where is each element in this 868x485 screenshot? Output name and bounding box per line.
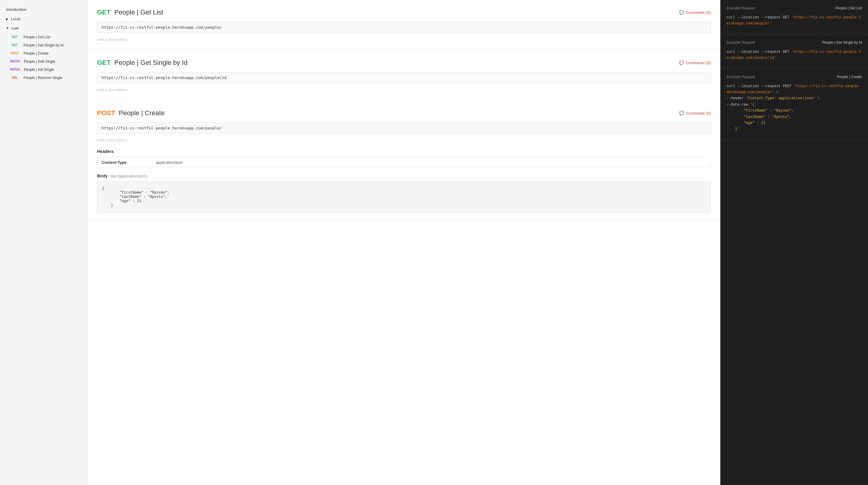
arrow-icon: ▶	[6, 17, 8, 21]
method-label-post-create: POST	[97, 109, 115, 117]
example-label-post-create: Example Request	[726, 75, 755, 79]
sidebar-item-label-4: People | Kill Single	[24, 67, 54, 72]
curl-code-post-create: curl --location --request POST 'https://…	[726, 83, 862, 133]
method-label-get-list: GET	[97, 8, 111, 16]
headers-table: Content-Type application/json	[97, 157, 711, 168]
method-badge-0: GET	[8, 35, 21, 39]
description-get-single[interactable]: Add a description...	[97, 86, 711, 93]
sidebar-group-local[interactable]: ▶ Local	[0, 14, 87, 24]
method-badge-1: GET	[8, 43, 21, 47]
right-header-post-create: Example Request People | Create	[726, 75, 862, 79]
header-value: application/json	[156, 160, 183, 165]
sidebar-item-label-5: People | Remove Single	[24, 76, 62, 80]
example-label-get-single: Example Request	[726, 40, 755, 45]
sidebar-item-4[interactable]: PATCHPeople | Kill Single	[0, 65, 87, 74]
comments-label-get-single: Comments (0)	[686, 61, 711, 65]
sidebar-item-label-2: People | Create	[24, 51, 49, 56]
url-bar-get-list[interactable]: https://fii-cc-restful-people.herokuapp.…	[97, 22, 711, 33]
header-row-content-type: Content-Type application/json	[97, 157, 710, 168]
sidebar-intro[interactable]: Introduction	[0, 5, 87, 14]
endpoint-ref-post-create: People | Create	[837, 75, 862, 79]
right-section-get-single: Example Request People | Get Single by I…	[720, 34, 868, 69]
description-post-create[interactable]: Add a description...	[97, 137, 711, 144]
comment-icon-get-single: 💬	[679, 60, 684, 65]
endpoint-header-get-single: GET People | Get Single by Id 💬 Comments…	[97, 59, 711, 67]
sidebar-item-1[interactable]: GETPeople | Get Single by Id	[0, 41, 87, 49]
right-panel: Example Request People | Get List curl -…	[720, 0, 868, 485]
body-label-section: Body raw (application/json)	[97, 173, 711, 178]
right-header-get-single: Example Request People | Get Single by I…	[726, 40, 862, 45]
method-badge-4: PATCH	[8, 67, 22, 72]
endpoint-name-get-list: People | Get List	[114, 8, 163, 16]
sidebar-item-label-0: People | Get List	[24, 35, 50, 39]
body-type-label: raw (application/json)	[110, 174, 147, 178]
sidebar-items-list: GETPeople | Get ListGETPeople | Get Sing…	[0, 33, 87, 82]
sidebar-item-0[interactable]: GETPeople | Get List	[0, 33, 87, 41]
endpoint-title-get-single: GET People | Get Single by Id	[97, 59, 187, 67]
sidebar-group-live[interactable]: ▼ Live	[0, 24, 87, 33]
method-label-get-single: GET	[97, 59, 111, 67]
example-label-get-list: Example Request	[726, 6, 755, 10]
sidebar-item-label-1: People | Get Single by Id	[24, 43, 64, 47]
comments-label-post-create: Comments (0)	[686, 111, 711, 116]
sidebar-item-5[interactable]: DELPeople | Remove Single	[0, 74, 87, 82]
comment-icon-get-list: 💬	[679, 10, 684, 15]
right-section-post-create: Example Request People | Create curl --l…	[720, 69, 868, 140]
arrow-icon-live: ▼	[6, 27, 9, 30]
sidebar-group-live-label: Live	[11, 26, 19, 30]
comments-btn-get-single[interactable]: 💬 Comments (0)	[679, 60, 711, 65]
endpoint-name-get-single: People | Get Single by Id	[114, 59, 187, 67]
endpoint-name-post-create: People | Create	[119, 109, 164, 117]
comments-label-get-list: Comments (0)	[686, 10, 711, 15]
comment-icon-post-create: 💬	[679, 111, 684, 116]
method-badge-2: POST	[8, 51, 21, 56]
curl-code-get-list: curl --location --request GET 'https://f…	[726, 15, 862, 27]
sidebar-item-label-3: People | Edit Single	[24, 59, 56, 64]
sidebar-group-local-label: Local	[11, 17, 20, 21]
endpoint-header-post-create: POST People | Create 💬 Comments (0)	[97, 109, 711, 117]
body-main-label: Body	[97, 173, 107, 178]
description-get-list[interactable]: Add a description...	[97, 36, 711, 43]
comments-btn-get-list[interactable]: 💬 Comments (0)	[679, 10, 711, 15]
endpoint-post-create: POST People | Create 💬 Comments (0) http…	[87, 101, 720, 220]
endpoint-get-list: GET People | Get List 💬 Comments (0) htt…	[87, 0, 720, 50]
curl-code-get-single: curl --location --request GET 'https://f…	[726, 49, 862, 61]
endpoint-header-get-list: GET People | Get List 💬 Comments (0)	[97, 8, 711, 16]
headers-label: Headers	[97, 149, 711, 154]
method-badge-5: DEL	[8, 76, 21, 80]
endpoint-title-get-list: GET People | Get List	[97, 8, 163, 16]
method-badge-3: PATCH	[8, 59, 22, 64]
endpoint-ref-get-single: People | Get Single by Id	[822, 40, 862, 45]
right-section-get-list: Example Request People | Get List curl -…	[720, 0, 868, 34]
url-bar-get-single[interactable]: https://fii-cc-restful-people.herokuapp.…	[97, 72, 711, 83]
endpoint-ref-get-list: People | Get List	[835, 6, 862, 10]
main-content: GET People | Get List 💬 Comments (0) htt…	[87, 0, 720, 485]
body-code-block: { "firstName" : "Razvan", "lastName" : "…	[97, 181, 711, 212]
sidebar-item-3[interactable]: PATCHPeople | Edit Single	[0, 57, 87, 65]
header-key: Content-Type	[101, 160, 156, 165]
endpoint-title-post-create: POST People | Create	[97, 109, 164, 117]
comments-btn-post-create[interactable]: 💬 Comments (0)	[679, 111, 711, 116]
endpoint-get-single: GET People | Get Single by Id 💬 Comments…	[87, 50, 720, 101]
right-header-get-list: Example Request People | Get List	[726, 6, 862, 10]
url-bar-post-create[interactable]: https://fii-cc-restful-people.herokuapp.…	[97, 122, 711, 134]
sidebar-item-2[interactable]: POSTPeople | Create	[0, 49, 87, 57]
sidebar: Introduction ▶ Local ▼ Live GETPeople | …	[0, 0, 87, 485]
